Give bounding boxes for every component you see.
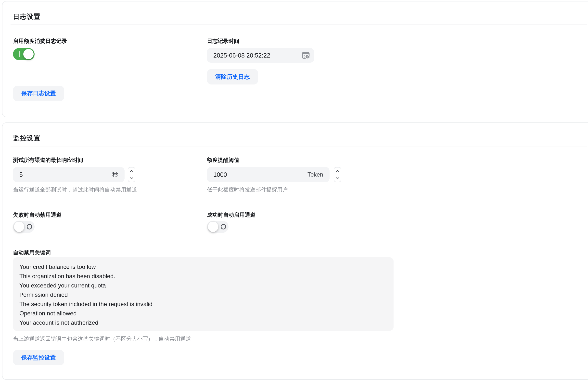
quota-threshold-input[interactable]	[213, 171, 308, 178]
timeout-stepper[interactable]	[128, 167, 135, 182]
keywords-label: 自动禁用关键词	[13, 249, 584, 256]
stepper-up-icon[interactable]	[336, 170, 339, 172]
log-time-input[interactable]	[213, 52, 301, 59]
switch-knob	[14, 222, 24, 232]
log-time-field: 日志记录时间 清除历史日志	[207, 38, 584, 84]
seconds-suffix: 秒	[112, 171, 118, 178]
auto-disable-label: 失败时自动禁用通道	[13, 212, 207, 218]
log-settings-header: 日志设置	[11, 1, 587, 25]
auto-enable-switch[interactable]	[207, 221, 229, 233]
stepper-down-icon[interactable]	[130, 177, 133, 179]
keywords-textarea[interactable]: Your credit balance is too low This orga…	[13, 257, 394, 331]
response-timeout-helper: 当运行通道全部测试时，超过此时间将自动禁用通道	[13, 187, 207, 193]
auto-enable-field: 成功时自动启用通道	[207, 212, 584, 233]
response-timeout-field: 测试所有渠道的最长响应时间 秒	[13, 157, 207, 193]
quota-threshold-field: 额度提醒阈值 Token	[207, 157, 584, 193]
stepper-up-icon[interactable]	[130, 170, 133, 172]
quota-log-switch[interactable]	[13, 48, 35, 60]
switch-knob	[208, 222, 218, 232]
quota-threshold-helper: 低于此额度时将发送邮件提醒用户	[207, 187, 584, 193]
monitor-settings-header: 监控设置	[11, 123, 587, 146]
quota-log-label: 启用额度消费日志记录	[13, 38, 207, 44]
response-timeout-input-wrap: 秒	[13, 167, 125, 182]
auto-disable-field: 失败时自动禁用通道	[13, 212, 207, 233]
quota-log-field: 启用额度消费日志记录	[13, 38, 207, 60]
switch-off-mark	[221, 224, 226, 229]
auto-disable-switch[interactable]	[13, 221, 35, 233]
switch-off-mark	[27, 224, 32, 229]
monitor-settings-title: 监控设置	[13, 134, 584, 143]
stepper-down-icon[interactable]	[336, 177, 339, 179]
save-monitor-settings-button[interactable]: 保存监控设置	[13, 350, 64, 365]
response-timeout-input[interactable]	[19, 171, 112, 178]
switch-on-mark	[19, 51, 20, 57]
switch-knob	[23, 49, 34, 59]
keywords-helper: 当上游通道返回错误中包含这些关键词时（不区分大小写），自动禁用通道	[13, 336, 584, 342]
clear-logs-button[interactable]: 清除历史日志	[207, 69, 258, 84]
token-suffix: Token	[308, 171, 323, 178]
log-time-label: 日志记录时间	[207, 38, 584, 44]
threshold-stepper[interactable]	[334, 167, 341, 182]
log-settings-card: 日志设置 启用额度消费日志记录 日志记录时间	[2, 1, 588, 117]
response-timeout-label: 测试所有渠道的最长响应时间	[13, 157, 207, 163]
calendar-clock-icon	[301, 51, 310, 60]
auto-enable-label: 成功时自动启用通道	[207, 212, 584, 218]
quota-threshold-label: 额度提醒阈值	[207, 157, 584, 163]
settings-page: 日志设置 启用额度消费日志记录 日志记录时间	[0, 1, 588, 382]
log-settings-title: 日志设置	[13, 12, 584, 21]
quota-threshold-input-wrap: Token	[207, 167, 330, 182]
save-log-settings-button[interactable]: 保存日志设置	[13, 86, 64, 101]
monitor-settings-card: 监控设置 测试所有渠道的最长响应时间 秒	[2, 122, 588, 380]
log-time-picker[interactable]	[207, 48, 314, 63]
